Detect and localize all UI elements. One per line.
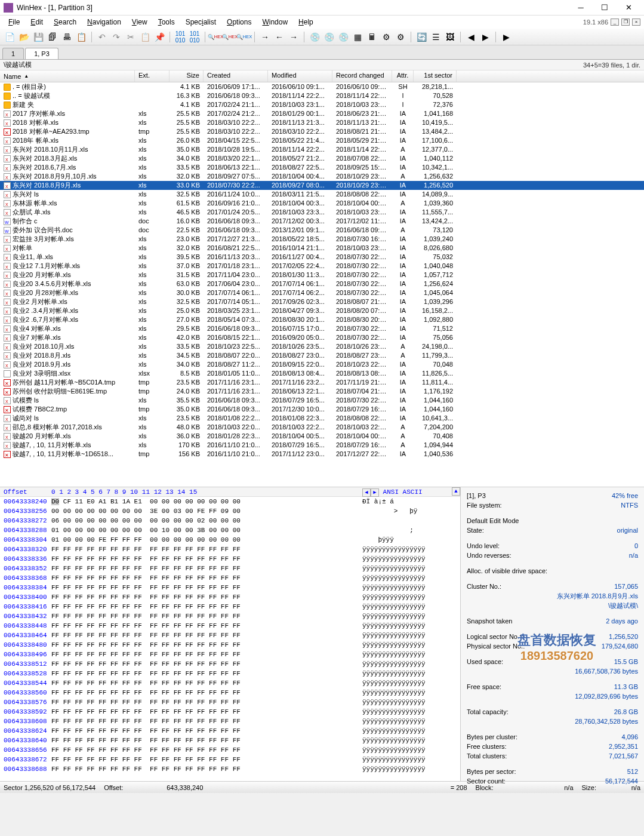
file-list[interactable]: . = (根目录)4.1 KB2016/06/09 17:1...2016/06… xyxy=(0,82,644,487)
find-icon[interactable]: 🔍HEX xyxy=(238,31,250,43)
hex-ascii[interactable]: ÿÿÿÿÿÿÿÿÿÿÿÿÿÿÿÿ xyxy=(359,678,460,688)
file-row[interactable]: 苏州创 收付款明细~E8619E.tmptmp24.0 KB2017/11/16… xyxy=(0,387,644,396)
column-ext[interactable]: Ext. xyxy=(135,70,170,82)
hex-row[interactable]: 00643338240D0 CF 11 E0 A1 B1 1A E1 00 00… xyxy=(0,497,460,506)
file-row[interactable]: 良业11, 单.xlsxls39.5 KB2016/11/13 20:3...2… xyxy=(0,253,644,262)
hex-ascii[interactable]: ÿÿÿÿÿÿÿÿÿÿÿÿÿÿÿÿ xyxy=(359,707,460,717)
hex-row[interactable]: 00643338480FF FF FF FF FF FF FF FF FF FF… xyxy=(0,640,460,650)
hex-bytes[interactable]: FF FF FF FF FF FF FF FF FF FF FF FF FF F… xyxy=(51,707,359,717)
hex-ascii[interactable]: ÿÿÿÿÿÿÿÿÿÿÿÿÿÿÿÿ xyxy=(359,602,460,611)
disk-icon[interactable]: 💿 xyxy=(309,31,321,43)
hex-row[interactable]: 00643338528FF FF FF FF FF FF FF FF FF FF… xyxy=(0,669,460,678)
file-row[interactable]: 良业7 对帐单.xlsxls42.0 KB2016/08/15 22:1...2… xyxy=(0,333,644,342)
hex-row[interactable]: 00643338672FF FF FF FF FF FF FF FF FF FF… xyxy=(0,755,460,764)
file-row[interactable]: 骏越20 月对帐单.xlsxls36.0 KB2018/01/28 22:3..… xyxy=(0,432,644,441)
find-text-icon[interactable]: 🔍HEX xyxy=(224,31,236,43)
hex-bytes[interactable]: FF FF FF FF FF FF FF FF FF FF FF FF FF F… xyxy=(51,717,359,726)
hex-ascii[interactable]: ÿÿÿÿÿÿÿÿÿÿÿÿÿÿÿÿ xyxy=(359,697,460,707)
file-row[interactable]: .. = 骏越试模16.3 KB2016/06/18 09:3...2018/1… xyxy=(0,91,644,100)
minimize-button[interactable]: ─ xyxy=(569,1,593,15)
column-created[interactable]: Created xyxy=(204,70,268,82)
menu-window[interactable]: Window xyxy=(257,17,292,27)
column-attr[interactable]: Attr. xyxy=(392,70,414,82)
open-file-icon[interactable]: 📂 xyxy=(18,31,30,43)
hex-row[interactable]: 00643338464FF FF FF FF FF FF FF FF FF FF… xyxy=(0,631,460,640)
hex-row[interactable]: 00643338416FF FF FF FF FF FF FF FF FF FF… xyxy=(0,602,460,611)
disk2-icon[interactable]: 💿 xyxy=(323,31,335,43)
file-row[interactable]: 良业20 月对帐单.xlsxls31.5 KB2017/11/04 23:0..… xyxy=(0,271,644,279)
file-row[interactable]: 良业对 2018.10月.xlsxls33.5 KB2018/10/23 22:… xyxy=(0,342,644,351)
hex-row[interactable]: 00643338336FF FF FF FF FF FF FF FF FF FF… xyxy=(0,554,460,564)
file-row[interactable]: 良业对 2018.8月.xlsxls34.5 KB2018/08/07 22:0… xyxy=(0,351,644,360)
hex-ascii[interactable]: ÿÿÿÿÿÿÿÿÿÿÿÿÿÿÿÿ xyxy=(359,650,460,659)
hex-row[interactable]: 00643338624FF FF FF FF FF FF FF FF FF FF… xyxy=(0,726,460,736)
hex-ascii[interactable]: ÿÿÿÿÿÿÿÿÿÿÿÿÿÿÿÿ xyxy=(359,573,460,583)
hex-bytes[interactable]: FF FF FF FF FF FF FF FF FF FF FF FF FF F… xyxy=(51,659,359,669)
hex-bytes[interactable]: FF FF FF FF FF FF FF FF FF FF FF FF FF F… xyxy=(51,755,359,764)
column-1st-sector[interactable]: 1st sector xyxy=(414,70,457,82)
hex-row[interactable]: 00643338512FF FF FF FF FF FF FF FF FF FF… xyxy=(0,659,460,669)
goto-icon[interactable]: → xyxy=(259,31,271,43)
hex-row[interactable]: 00643338640FF FF FF FF FF FF FF FF FF FF… xyxy=(0,736,460,745)
settings-icon[interactable]: ⚙ xyxy=(380,31,392,43)
tab-1-p3[interactable]: 1, P3 xyxy=(25,48,58,59)
hex-ascii[interactable]: > þÿ xyxy=(359,506,460,516)
file-row[interactable]: 良业2 .6,7月对帐单.xlsxls27.0 KB2018/05/14 07:… xyxy=(0,315,644,324)
hex-ascii[interactable]: ÿÿÿÿÿÿÿÿÿÿÿÿÿÿÿÿ xyxy=(359,717,460,726)
hex-row[interactable]: 00643338448FF FF FF FF FF FF FF FF FF FF… xyxy=(0,621,460,631)
status-sector[interactable]: Sector 1,256,520 of 56,172,544 xyxy=(4,784,95,791)
hex-row[interactable]: 00643338656FF FF FF FF FF FF FF FF FF FF… xyxy=(0,745,460,755)
file-row[interactable]: 众朋试 单.xlsxls46.5 KB2017/01/24 20:5...201… xyxy=(0,208,644,217)
hex-bytes[interactable]: FF FF FF FF FF FF FF FF FF FF FF FF FF F… xyxy=(51,764,359,774)
offset-header[interactable]: Offset xyxy=(0,487,51,496)
run-icon[interactable]: ▶ xyxy=(500,31,512,43)
hex-row[interactable]: 00643338560FF FF FF FF FF FF FF FF FF FF… xyxy=(0,688,460,697)
status-block[interactable]: n/a xyxy=(502,784,574,791)
hex-bytes[interactable]: FF FF FF FF FF FF FF FF FF FF FF FF FF F… xyxy=(51,554,359,564)
file-row[interactable]: 试模费 7B8C2.tmptmp35.0 KB2016/06/18 09:3..… xyxy=(0,405,644,414)
hex-row[interactable]: 00643338688FF FF FF FF FF FF FF FF FF FF… xyxy=(0,764,460,774)
hex-bytes[interactable]: FF FF FF FF FF FF FF FF FF FF FF FF FF F… xyxy=(51,545,359,554)
file-row[interactable]: 苏州创 越11月对帐单~B5C01A.tmptmp23.5 KB2017/11/… xyxy=(0,378,644,387)
file-row[interactable]: 诚尚对 lsxls23.5 KB2018/01/08 22:2...2018/0… xyxy=(0,414,644,423)
file-row[interactable]: 2018 对帐单~AEA293.tmptmp25.5 KB2018/03/10 … xyxy=(0,127,644,136)
info-filename[interactable]: 东兴对帐单 2018.8月9月.xls xyxy=(557,591,638,601)
hex-bytes[interactable]: FF FF FF FF FF FF FF FF FF FF FF FF FF F… xyxy=(51,697,359,707)
hex-bytes[interactable]: FF FF FF FF FF FF FF FF FF FF FF FF FF F… xyxy=(51,669,359,678)
hex-bytes[interactable]: FF FF FF FF FF FF FF FF FF FF FF FF FF F… xyxy=(51,592,359,602)
file-row[interactable]: 骏越7, , 10, 11月对帐单~1D6518...tmp156 KB2016… xyxy=(0,450,644,459)
save-icon[interactable]: 💾 xyxy=(32,31,44,43)
binary2-icon[interactable]: 101010 xyxy=(189,31,201,43)
info-path[interactable]: \骏越试模\ xyxy=(608,601,638,610)
file-row[interactable]: 委外加 议合同书.docdoc22.5 KB2016/06/18 09:3...… xyxy=(0,226,644,235)
file-row[interactable]: 制作合 cdoc16.0 KB2016/06/18 09:3...2017/12… xyxy=(0,217,644,226)
file-row[interactable]: 邵总,8 模对帐单 2017,2018.xlsxls48.0 KB2018/10… xyxy=(0,423,644,432)
bytes-header[interactable]: 0 1 2 3 4 5 6 7 8 9 10 11 12 13 14 15 xyxy=(51,487,359,496)
hex-ascii[interactable]: ÿÿÿÿÿÿÿÿÿÿÿÿÿÿÿÿ xyxy=(359,564,460,573)
file-row[interactable]: 良业20 月28对帐单.xlsxls30.0 KB2017/07/14 06:1… xyxy=(0,288,644,297)
list-icon[interactable]: ☰ xyxy=(430,31,442,43)
file-row[interactable]: 良业2 .3.4月对帐单.xlsxls25.0 KB2018/03/25 23:… xyxy=(0,306,644,315)
back-icon[interactable]: ← xyxy=(273,31,285,43)
hex-row[interactable]: 00643338608FF FF FF FF FF FF FF FF FF FF… xyxy=(0,717,460,726)
hex-bytes[interactable]: FF FF FF FF FF FF FF FF FF FF FF FF FF F… xyxy=(51,726,359,736)
hex-bytes[interactable]: FF FF FF FF FF FF FF FF FF FF FF FF FF F… xyxy=(51,602,359,611)
file-row[interactable]: 东兴对 2018.6,7月.xlsxls33.5 KB2018/06/13 22… xyxy=(0,163,644,172)
hex-row[interactable]: 00643338544FF FF FF FF FF FF FF FF FF FF… xyxy=(0,678,460,688)
status-offset[interactable]: 643,338,240 xyxy=(131,784,203,791)
menu-navigation[interactable]: Navigation xyxy=(82,17,126,27)
ram-icon[interactable]: ▦ xyxy=(352,31,363,43)
hex-row[interactable]: 0064333827206 00 00 00 00 00 00 00 00 00… xyxy=(0,516,460,525)
hex-bytes[interactable]: FF FF FF FF FF FF FF FF FF FF FF FF FF F… xyxy=(51,631,359,640)
hex-bytes[interactable]: FF FF FF FF FF FF FF FF FF FF FF FF FF F… xyxy=(51,583,359,592)
mdi-minimize[interactable]: _ xyxy=(611,19,619,26)
hex-bytes[interactable]: FF FF FF FF FF FF FF FF FF FF FF FF FF F… xyxy=(51,573,359,583)
hex-row[interactable]: 00643338384FF FF FF FF FF FF FF FF FF FF… xyxy=(0,583,460,592)
hex-bytes[interactable]: 01 00 00 00 00 00 00 00 00 10 00 00 3B 0… xyxy=(51,525,359,535)
copy-icon[interactable]: 📋 xyxy=(139,31,151,43)
hex-ascii[interactable]: ÿÿÿÿÿÿÿÿÿÿÿÿÿÿÿÿ xyxy=(359,545,460,554)
column-record-changed[interactable]: Record changed xyxy=(332,70,392,82)
hex-ascii[interactable]: ÿÿÿÿÿÿÿÿÿÿÿÿÿÿÿÿ xyxy=(359,764,460,774)
file-row[interactable]: 良业20 3.4.5.6月对帐单.xlsxls63.0 KB2017/06/04… xyxy=(0,279,644,288)
hex-ascii[interactable]: ÿÿÿÿÿÿÿÿÿÿÿÿÿÿÿÿ xyxy=(359,554,460,564)
